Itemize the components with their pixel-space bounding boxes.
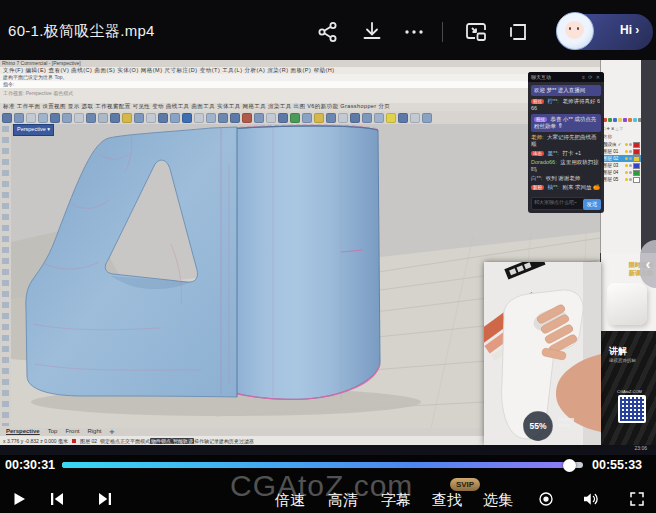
fan-badge: 新粉: [531, 185, 544, 190]
download-icon[interactable]: [360, 20, 384, 44]
layer-color-swatch[interactable]: [633, 170, 640, 176]
tool-icon: [302, 113, 312, 123]
layer-lock-icon[interactable]: [629, 157, 632, 160]
assistant-avatar[interactable]: [553, 9, 595, 53]
previous-button[interactable]: [48, 490, 66, 508]
episodes-button[interactable]: 选集: [483, 491, 513, 510]
layers-panel[interactable]: □ ✚ ✖ △ ▽ 名称 预设值 ✓ 图层 01 图层 02: [600, 60, 642, 253]
layer-row[interactable]: 图层 05: [601, 176, 642, 183]
promo-dark-section: 讲解 建模思路拆解 CGAtoZ.COM: [601, 331, 656, 445]
status-toggle[interactable]: 记录建构历史: [209, 438, 239, 444]
tool-icon: [146, 113, 156, 123]
layer-color-swatch[interactable]: [633, 163, 640, 169]
layer-color-swatch[interactable]: [633, 149, 640, 155]
more-options-icon[interactable]: [402, 20, 426, 44]
progress-bar[interactable]: [62, 462, 583, 468]
tool-icon: [230, 113, 240, 123]
chat-username: Dorado66:: [531, 159, 557, 165]
tool-icon: [134, 113, 144, 123]
tool-icon: [278, 113, 288, 123]
layer-visibility-icon[interactable]: [625, 157, 628, 160]
layer-color-swatch[interactable]: [633, 177, 640, 183]
panel-tab-icon[interactable]: [608, 118, 612, 122]
layer-visibility-icon[interactable]: [625, 178, 628, 181]
layer-lock-icon[interactable]: [629, 150, 632, 153]
tool-icon: [362, 113, 372, 123]
tool-icon: [314, 113, 324, 123]
status-toggle[interactable]: 正交: [120, 438, 130, 444]
viewport-tab[interactable]: Perspective: [6, 428, 40, 436]
pip-product-video[interactable]: 55%: [484, 262, 601, 445]
chat-header-icons[interactable]: ≡ ⟳ ✕: [582, 74, 601, 80]
layer-visibility-icon[interactable]: [625, 150, 628, 153]
status-toggle[interactable]: 锁定格点: [100, 438, 120, 444]
layer-name: 预设值 ✓: [603, 142, 624, 147]
share-icon[interactable]: [316, 20, 340, 44]
layer-visibility-icon[interactable]: [625, 143, 628, 146]
status-toggle[interactable]: 平面模式: [130, 438, 150, 444]
chat-username: 星**:: [548, 150, 559, 156]
active-layer-swatch: [72, 439, 76, 443]
viewport-tab[interactable]: Front: [65, 428, 79, 436]
layer-row[interactable]: 图层 01: [601, 148, 642, 155]
layer-row[interactable]: 预设值 ✓: [601, 141, 642, 148]
layer-row[interactable]: 图层 04: [601, 169, 642, 176]
mini-window-icon[interactable]: [506, 20, 530, 44]
rhino-left-toolbar: [0, 124, 11, 436]
search-button[interactable]: 查找: [432, 491, 462, 510]
progress-thumb[interactable]: [563, 459, 576, 472]
layer-lock-icon[interactable]: [629, 164, 632, 167]
layer-name: 图层 04: [603, 170, 624, 175]
panel-tab-icon[interactable]: [623, 118, 627, 122]
record-icon[interactable]: [537, 490, 555, 508]
status-toggle[interactable]: 过滤器: [239, 438, 254, 444]
viewport-tab[interactable]: Top: [48, 428, 58, 436]
panel-tab-icon[interactable]: [633, 118, 637, 122]
play-button[interactable]: [10, 490, 28, 508]
chat-username: 柠**:: [548, 98, 559, 104]
layer-color-swatch[interactable]: [633, 142, 640, 148]
layer-row[interactable]: 图层 02: [601, 155, 642, 162]
volume-icon[interactable]: [581, 490, 599, 508]
viewport-title-label[interactable]: Perspective ▾: [13, 124, 54, 136]
layer-visibility-icon[interactable]: [625, 171, 628, 174]
panel-tab-icon[interactable]: [613, 118, 617, 122]
picture-in-picture-icon[interactable]: [464, 20, 488, 44]
model-handle: [26, 127, 237, 397]
windows-taskbar[interactable]: 23:06: [0, 445, 656, 455]
layer-name: 图层 03: [603, 163, 624, 168]
quality-button[interactable]: 高清: [328, 491, 358, 510]
qr-code[interactable]: [618, 395, 646, 423]
status-layer[interactable]: 图层 02: [80, 438, 97, 444]
next-button[interactable]: [96, 490, 114, 508]
status-toggle[interactable]: 操作轴: [194, 438, 209, 444]
viewport-tab[interactable]: ✛: [109, 428, 114, 436]
status-toggle[interactable]: 物件锁点: [150, 438, 172, 444]
status-toggle[interactable]: 智能轨迹: [172, 438, 194, 444]
chat-text: 欢迎 梦** 进入直播间: [534, 87, 585, 93]
chat-input[interactable]: 和大家聊点什么吧~: [531, 197, 585, 210]
collapse-handle[interactable]: ‹: [640, 240, 656, 288]
panel-tab-icon[interactable]: [628, 118, 632, 122]
chat-message: 老师: 大家记得先把曲线画顺: [531, 134, 601, 148]
chat-header-title: 聊天互动: [531, 74, 551, 80]
tool-icon: [26, 113, 36, 123]
layer-visibility-icon[interactable]: [625, 164, 628, 167]
tool-icon: [422, 113, 432, 123]
subtitles-button[interactable]: 字幕: [381, 491, 411, 510]
chat-overlay[interactable]: 聊天互动 ≡ ⟳ ✕ 欢迎 梦** 进入直播间 粉丝 柠**: 老师讲得真好 6…: [528, 72, 604, 213]
layer-lock-icon[interactable]: [629, 178, 632, 181]
assistant-label[interactable]: Hi ›: [620, 23, 639, 37]
fullscreen-icon[interactable]: [628, 490, 646, 508]
speed-button[interactable]: 倍速: [275, 491, 305, 510]
layer-row[interactable]: 图层 03: [601, 162, 642, 169]
viewport-tab[interactable]: Right: [87, 428, 101, 436]
layer-name: 图层 01: [603, 149, 624, 154]
layer-lock-icon[interactable]: [629, 171, 632, 174]
layer-lock-icon[interactable]: [629, 143, 632, 146]
tool-icon: [38, 113, 48, 123]
layer-color-swatch[interactable]: [633, 156, 640, 162]
chat-send-button[interactable]: 发送: [583, 199, 601, 210]
video-frame[interactable]: Rhino 7 Commercial - [Perspective] 文件(F)…: [0, 60, 656, 455]
panel-tab-icon[interactable]: [618, 118, 622, 122]
